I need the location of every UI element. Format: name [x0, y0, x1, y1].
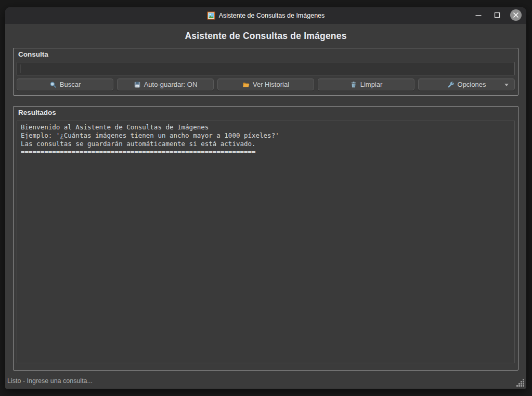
minimize-icon — [474, 11, 483, 21]
resize-grip[interactable] — [516, 379, 525, 387]
clear-button-label: Limpiar — [360, 81, 383, 88]
close-button[interactable] — [510, 9, 522, 22]
status-bar: Listo - Ingrese una consulta... — [5, 373, 526, 389]
autosave-toggle-button[interactable]: Auto-guardar: ON — [117, 78, 214, 90]
close-icon — [510, 9, 522, 23]
page-title: Asistente de Consultas de Imágenes — [13, 30, 518, 42]
maximize-icon — [493, 11, 501, 21]
window-controls — [472, 7, 522, 24]
clear-button[interactable]: Limpiar — [318, 78, 414, 90]
trash-icon — [350, 81, 357, 88]
view-history-button-label: Ver Historial — [253, 81, 289, 88]
search-button-label: Buscar — [60, 81, 81, 88]
search-icon — [49, 81, 57, 88]
options-button-label: Opciones — [458, 81, 486, 88]
query-input[interactable] — [17, 62, 515, 75]
view-history-button[interactable]: Ver Historial — [217, 78, 314, 90]
window-body: Asistente de Consultas de Imágenes Consu… — [5, 30, 526, 371]
app-window: Asistente de Consultas de Imágenes — [5, 7, 526, 389]
desktop: { "window": { "title": "Asistente de Con… — [0, 0, 532, 396]
query-section: Consulta Buscar — [13, 48, 518, 96]
query-button-row: Buscar Auto-guardar: ON — [17, 78, 515, 90]
minimize-button[interactable] — [472, 9, 485, 22]
autosave-button-label: Auto-guardar: ON — [144, 81, 198, 88]
titlebar[interactable]: Asistente de Consultas de Imágenes — [5, 7, 526, 24]
text-caret — [20, 64, 20, 73]
maximize-button[interactable] — [491, 9, 503, 22]
options-menu-button[interactable]: Opciones — [418, 78, 515, 90]
image-picture-icon — [207, 11, 215, 20]
search-button[interactable]: Buscar — [17, 78, 113, 90]
query-section-label: Consulta — [18, 50, 518, 58]
query-input-wrap — [17, 62, 515, 75]
results-section: Resultados Bienvenido al Asistente de Co… — [13, 106, 518, 371]
titlebar-center: Asistente de Consultas de Imágenes — [207, 11, 325, 20]
save-icon — [134, 81, 141, 88]
folder-icon — [242, 81, 250, 88]
results-section-label: Resultados — [18, 109, 518, 116]
chevron-down-icon — [504, 84, 509, 86]
status-text: Listo - Ingrese una consulta... — [7, 377, 93, 385]
window-title: Asistente de Consultas de Imágenes — [219, 12, 325, 19]
results-output[interactable]: Bienvenido al Asistente de Consultas de … — [17, 121, 515, 363]
wrench-icon — [447, 81, 455, 88]
